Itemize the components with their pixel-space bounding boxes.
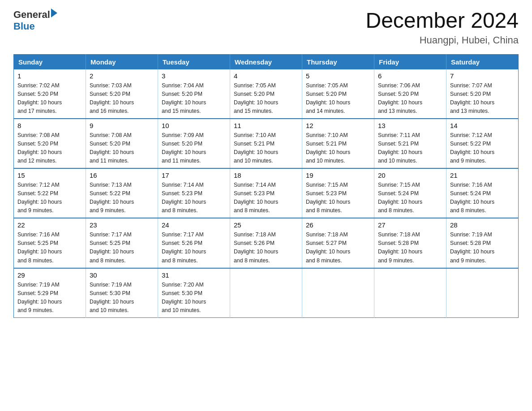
calendar-cell: 19 Sunrise: 7:15 AM Sunset: 5:23 PM Dayl…: [302, 168, 374, 218]
calendar-cell: 25 Sunrise: 7:18 AM Sunset: 5:26 PM Dayl…: [230, 218, 302, 268]
day-number: 10: [162, 122, 226, 129]
day-info: Sunrise: 7:19 AM Sunset: 5:29 PM Dayligh…: [17, 281, 82, 315]
day-number: 4: [234, 72, 298, 80]
day-number: 17: [162, 171, 226, 179]
calendar-cell: 21 Sunrise: 7:16 AM Sunset: 5:24 PM Dayl…: [446, 168, 519, 218]
calendar-cell: 3 Sunrise: 7:04 AM Sunset: 5:20 PM Dayli…: [158, 69, 230, 119]
title-area: December 2024 Huangpi, Hubei, China: [365, 9, 519, 46]
day-info: Sunrise: 7:16 AM Sunset: 5:25 PM Dayligh…: [17, 231, 82, 265]
day-info: Sunrise: 7:16 AM Sunset: 5:24 PM Dayligh…: [450, 181, 515, 215]
calendar-table: SundayMondayTuesdayWednesdayThursdayFrid…: [13, 54, 519, 318]
week-row-1: 1 Sunrise: 7:02 AM Sunset: 5:20 PM Dayli…: [14, 69, 519, 119]
day-info: Sunrise: 7:12 AM Sunset: 5:22 PM Dayligh…: [17, 181, 82, 215]
day-info: Sunrise: 7:17 AM Sunset: 5:26 PM Dayligh…: [162, 231, 226, 265]
calendar-cell: 7 Sunrise: 7:07 AM Sunset: 5:20 PM Dayli…: [446, 69, 519, 119]
day-number: 8: [17, 122, 82, 129]
week-row-3: 15 Sunrise: 7:12 AM Sunset: 5:22 PM Dayl…: [14, 168, 519, 218]
day-number: 22: [17, 221, 82, 229]
calendar-cell: 18 Sunrise: 7:14 AM Sunset: 5:23 PM Dayl…: [230, 168, 302, 218]
day-header-friday: Friday: [374, 54, 446, 69]
day-info: Sunrise: 7:14 AM Sunset: 5:23 PM Dayligh…: [234, 181, 298, 215]
calendar-cell: 8 Sunrise: 7:08 AM Sunset: 5:20 PM Dayli…: [14, 119, 86, 168]
day-info: Sunrise: 7:11 AM Sunset: 5:21 PM Dayligh…: [378, 131, 442, 165]
day-number: 11: [234, 122, 298, 129]
logo-general-text: General: [13, 9, 50, 21]
day-number: 31: [162, 271, 226, 279]
day-number: 1: [17, 72, 82, 80]
day-number: 15: [17, 171, 82, 179]
day-number: 20: [378, 171, 442, 179]
page-header: General Blue December 2024 Huangpi, Hube…: [13, 9, 519, 46]
day-info: Sunrise: 7:09 AM Sunset: 5:20 PM Dayligh…: [162, 131, 226, 165]
day-number: 23: [90, 221, 154, 229]
calendar-cell: 17 Sunrise: 7:14 AM Sunset: 5:23 PM Dayl…: [158, 168, 230, 218]
day-info: Sunrise: 7:18 AM Sunset: 5:28 PM Dayligh…: [378, 231, 442, 265]
calendar-cell: [230, 268, 302, 318]
day-header-saturday: Saturday: [446, 54, 519, 69]
calendar-cell: [374, 268, 446, 318]
calendar-cell: 24 Sunrise: 7:17 AM Sunset: 5:26 PM Dayl…: [158, 218, 230, 268]
day-info: Sunrise: 7:13 AM Sunset: 5:22 PM Dayligh…: [90, 181, 154, 215]
calendar-cell: 13 Sunrise: 7:11 AM Sunset: 5:21 PM Dayl…: [374, 119, 446, 168]
day-number: 29: [17, 271, 82, 279]
day-number: 3: [162, 72, 226, 80]
day-info: Sunrise: 7:17 AM Sunset: 5:25 PM Dayligh…: [90, 231, 154, 265]
day-number: 26: [306, 221, 370, 229]
day-number: 14: [450, 122, 515, 129]
day-info: Sunrise: 7:02 AM Sunset: 5:20 PM Dayligh…: [17, 81, 82, 116]
day-header-thursday: Thursday: [302, 54, 374, 69]
day-number: 28: [450, 221, 515, 229]
day-number: 2: [90, 72, 154, 80]
day-number: 18: [234, 171, 298, 179]
day-header-sunday: Sunday: [14, 54, 86, 69]
calendar-cell: 6 Sunrise: 7:06 AM Sunset: 5:20 PM Dayli…: [374, 69, 446, 119]
location-title: Huangpi, Hubei, China: [365, 34, 519, 46]
day-info: Sunrise: 7:15 AM Sunset: 5:23 PM Dayligh…: [306, 181, 370, 215]
day-info: Sunrise: 7:03 AM Sunset: 5:20 PM Dayligh…: [90, 81, 154, 116]
calendar-cell: 11 Sunrise: 7:10 AM Sunset: 5:21 PM Dayl…: [230, 119, 302, 168]
calendar-cell: 29 Sunrise: 7:19 AM Sunset: 5:29 PM Dayl…: [14, 268, 86, 318]
day-number: 7: [450, 72, 515, 80]
calendar-cell: [446, 268, 519, 318]
day-info: Sunrise: 7:08 AM Sunset: 5:20 PM Dayligh…: [90, 131, 154, 165]
calendar-cell: 23 Sunrise: 7:17 AM Sunset: 5:25 PM Dayl…: [86, 218, 158, 268]
day-number: 30: [90, 271, 154, 279]
day-info: Sunrise: 7:10 AM Sunset: 5:21 PM Dayligh…: [234, 131, 298, 165]
day-info: Sunrise: 7:05 AM Sunset: 5:20 PM Dayligh…: [306, 81, 370, 116]
calendar-cell: 1 Sunrise: 7:02 AM Sunset: 5:20 PM Dayli…: [14, 69, 86, 119]
day-info: Sunrise: 7:15 AM Sunset: 5:24 PM Dayligh…: [378, 181, 442, 215]
logo-arrow-icon: [51, 9, 57, 17]
logo: General Blue: [13, 9, 57, 32]
calendar-cell: 16 Sunrise: 7:13 AM Sunset: 5:22 PM Dayl…: [86, 168, 158, 218]
calendar-cell: 4 Sunrise: 7:05 AM Sunset: 5:20 PM Dayli…: [230, 69, 302, 119]
calendar-cell: 22 Sunrise: 7:16 AM Sunset: 5:25 PM Dayl…: [14, 218, 86, 268]
day-number: 19: [306, 171, 370, 179]
calendar-cell: 27 Sunrise: 7:18 AM Sunset: 5:28 PM Dayl…: [374, 218, 446, 268]
calendar-cell: 28 Sunrise: 7:19 AM Sunset: 5:28 PM Dayl…: [446, 218, 519, 268]
logo-blue-text: Blue: [13, 21, 57, 32]
calendar-cell: 12 Sunrise: 7:10 AM Sunset: 5:21 PM Dayl…: [302, 119, 374, 168]
day-number: 25: [234, 221, 298, 229]
calendar-cell: 30 Sunrise: 7:19 AM Sunset: 5:30 PM Dayl…: [86, 268, 158, 318]
day-number: 27: [378, 221, 442, 229]
day-header-monday: Monday: [86, 54, 158, 69]
calendar-header-row: SundayMondayTuesdayWednesdayThursdayFrid…: [14, 54, 519, 69]
week-row-5: 29 Sunrise: 7:19 AM Sunset: 5:29 PM Dayl…: [14, 268, 519, 318]
day-number: 6: [378, 72, 442, 80]
calendar-cell: 5 Sunrise: 7:05 AM Sunset: 5:20 PM Dayli…: [302, 69, 374, 119]
calendar-cell: [302, 268, 374, 318]
day-info: Sunrise: 7:20 AM Sunset: 5:30 PM Dayligh…: [162, 281, 226, 315]
calendar-cell: 15 Sunrise: 7:12 AM Sunset: 5:22 PM Dayl…: [14, 168, 86, 218]
day-info: Sunrise: 7:14 AM Sunset: 5:23 PM Dayligh…: [162, 181, 226, 215]
week-row-2: 8 Sunrise: 7:08 AM Sunset: 5:20 PM Dayli…: [14, 119, 519, 168]
day-number: 24: [162, 221, 226, 229]
day-number: 16: [90, 171, 154, 179]
day-number: 5: [306, 72, 370, 80]
day-number: 12: [306, 122, 370, 129]
calendar-cell: 14 Sunrise: 7:12 AM Sunset: 5:22 PM Dayl…: [446, 119, 519, 168]
day-info: Sunrise: 7:18 AM Sunset: 5:27 PM Dayligh…: [306, 231, 370, 265]
day-header-wednesday: Wednesday: [230, 54, 302, 69]
day-number: 21: [450, 171, 515, 179]
calendar-cell: 9 Sunrise: 7:08 AM Sunset: 5:20 PM Dayli…: [86, 119, 158, 168]
day-info: Sunrise: 7:07 AM Sunset: 5:20 PM Dayligh…: [450, 81, 515, 116]
